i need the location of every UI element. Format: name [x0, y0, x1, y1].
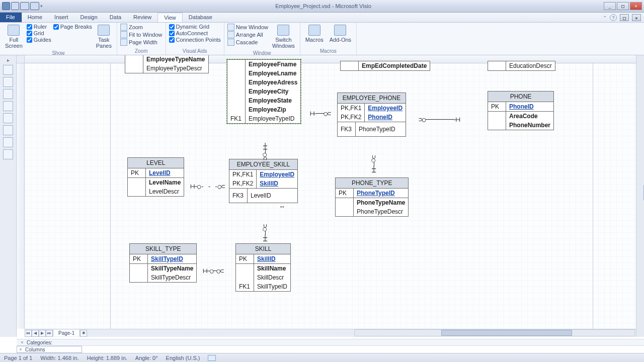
fit-button[interactable]: Fit to Window: [120, 31, 163, 38]
status-width: Width: 1.468 in.: [40, 355, 78, 361]
connector-tool-icon[interactable]: [3, 77, 13, 87]
ruler-checkbox[interactable]: Ruler: [27, 24, 51, 30]
entity-level[interactable]: LEVEL PKLevelID LevelName LevelDescr: [127, 157, 184, 197]
page-tab[interactable]: Page-1: [53, 330, 80, 336]
doc-close-button[interactable]: ×: [632, 14, 641, 21]
help-icon[interactable]: ?: [610, 14, 617, 21]
categories-bar: × Categories:: [17, 339, 644, 346]
pointer-tool-icon[interactable]: [3, 65, 13, 75]
vertical-scrollbar[interactable]: [636, 55, 644, 337]
taskpanes-icon: [98, 25, 110, 36]
last-page-icon[interactable]: ⏭: [46, 330, 53, 337]
guides-checkbox[interactable]: Guides: [27, 37, 51, 43]
connector[interactable]: ⊢⊢○─○⊂: [203, 267, 223, 275]
rectangle-tool-icon[interactable]: [3, 101, 13, 111]
stencil-tool-icon[interactable]: [3, 137, 13, 147]
help-controls: ⌃ ? □ ×: [603, 14, 641, 21]
pagewidth-button[interactable]: Page Width: [120, 39, 163, 46]
macros-button[interactable]: Macros: [303, 24, 326, 44]
columns-close-icon[interactable]: ×: [18, 347, 23, 352]
grid-checkbox[interactable]: Grid: [27, 30, 51, 36]
pagewidth-icon: [120, 39, 127, 46]
horizontal-scroll-thumb[interactable]: [441, 330, 572, 336]
next-page-icon[interactable]: ▶: [39, 330, 46, 337]
status-angle: Angle: 0°: [135, 355, 158, 361]
entity-employeeskill[interactable]: EMPLOYEE_SKILL PK,FK1EmployeeID PK,FK2Sk…: [229, 159, 298, 203]
categories-label: Categories:: [27, 340, 52, 345]
dynamicgrid-checkbox[interactable]: Dynamic Grid: [169, 24, 221, 30]
entity-phone[interactable]: PHONE PKPhoneID AreaCode PhoneNumber: [488, 91, 554, 130]
entity-skilltype[interactable]: SKILL_TYPE PKSkillTypeID SkillTypeName S…: [129, 243, 197, 283]
fullscreen-button[interactable]: Full Screen: [3, 24, 25, 50]
data-tab[interactable]: Data: [104, 13, 127, 22]
entity-skill[interactable]: SKILL PKSkillID SkillName SkillDescr FK1…: [235, 243, 291, 292]
cascade-button[interactable]: Cascade: [227, 39, 268, 46]
database-tab[interactable]: Database: [183, 13, 218, 22]
pagebreaks-checkbox[interactable]: Page Breaks: [53, 24, 92, 30]
entity-emped[interactable]: EmpEdCompletedDate: [340, 61, 430, 71]
fit-icon: [120, 31, 127, 38]
connector[interactable]: ⊣⊣─○⊂: [262, 143, 269, 160]
autoconnect-checkbox[interactable]: AutoConnect: [169, 30, 221, 36]
ribbon: Full Screen Ruler Grid Guides Page Break…: [0, 23, 644, 55]
connector[interactable]: ⊃○─⊣⊣: [262, 224, 269, 241]
status-bar: Page 1 of 1 Width: 1.468 in. Height: 1.8…: [0, 353, 644, 362]
taskpanes-button[interactable]: Task Panes: [94, 24, 114, 50]
minimize-button[interactable]: _: [604, 2, 616, 10]
window-group: New Window Arrange All Cascade Switch Wi…: [224, 23, 300, 55]
visio-icon[interactable]: [2, 2, 10, 10]
redo-icon[interactable]: [30, 2, 39, 10]
switchwindows-button[interactable]: Switch Windows: [270, 24, 297, 50]
maximize-button[interactable]: □: [617, 2, 629, 10]
zoom-button[interactable]: Zoom: [120, 24, 163, 31]
ruler-corner: [17, 55, 25, 63]
status-language: English (U.S.): [166, 355, 200, 361]
minimize-ribbon-icon[interactable]: ⌃: [603, 15, 607, 21]
status-page: Page 1 of 1: [4, 355, 32, 361]
addons-icon: [334, 25, 346, 36]
prev-page-icon[interactable]: ◀: [32, 330, 39, 337]
new-page-icon[interactable]: ✱: [80, 330, 87, 337]
connector[interactable]: ⊢⊢○- - -○⊂: [190, 183, 224, 190]
connection-tool-icon[interactable]: [3, 149, 13, 159]
text-tool-icon[interactable]: [3, 89, 13, 99]
review-tab[interactable]: Review: [127, 13, 157, 22]
connector[interactable]: ⊃○─⊣⊣: [370, 155, 378, 172]
save-icon[interactable]: [11, 2, 19, 10]
pencil-tool-icon[interactable]: [3, 113, 13, 123]
file-tab[interactable]: File: [0, 13, 22, 22]
entity-education[interactable]: EducationDescr: [488, 61, 555, 71]
left-toolbar: ▸: [0, 55, 17, 337]
page-tabs: ⏮ ◀ ▶ ⏭ Page-1 ✱: [25, 329, 644, 337]
crop-tool-icon[interactable]: [3, 125, 13, 135]
window-controls: _ □ ×: [604, 2, 642, 10]
newwindow-button[interactable]: New Window: [227, 24, 268, 31]
addons-button[interactable]: Add-Ons: [328, 24, 353, 44]
window-title: Employee_Project.vsd - Microsoft Visio: [43, 3, 604, 9]
vertical-ruler[interactable]: [17, 63, 25, 329]
workspace: ▸ EmployeeTypeName EmployeeTypeDescr Emp…: [0, 55, 644, 337]
insert-tab[interactable]: Insert: [48, 13, 74, 22]
home-tab[interactable]: Home: [22, 13, 48, 22]
entity-employeephone[interactable]: EMPLOYEE_PHONE PK,FK1EmployeeID PK,FK2Ph…: [337, 93, 406, 137]
drawing-surface[interactable]: EmployeeTypeName EmployeeTypeDescr Emplo…: [25, 63, 644, 329]
design-tab[interactable]: Design: [74, 13, 104, 22]
record-macro-icon[interactable]: [208, 355, 216, 361]
connector[interactable]: ⊢⊢──○⊂: [310, 110, 331, 117]
undo-icon[interactable]: [20, 2, 29, 10]
switch-icon: [277, 25, 289, 36]
doc-restore-button[interactable]: □: [620, 14, 629, 21]
close-button[interactable]: ×: [630, 2, 642, 10]
entity-phonetype[interactable]: PHONE_TYPE PKPhoneTypeID PhoneTypeName P…: [335, 177, 409, 217]
categories-close-icon[interactable]: ×: [20, 340, 25, 345]
connectionpoints-checkbox[interactable]: Connection Points: [169, 37, 221, 43]
columns-bar[interactable]: × Columns: [17, 346, 82, 353]
first-page-icon[interactable]: ⏮: [25, 330, 32, 337]
view-tab[interactable]: View: [157, 13, 183, 22]
shapes-expand-icon[interactable]: ▸: [7, 57, 10, 63]
entity-employee[interactable]: EmployeeFname EmployeeLname EmployeeAdre…: [227, 59, 301, 124]
cascade-icon: [227, 39, 234, 46]
entity-employeetype[interactable]: EmployeeTypeName EmployeeTypeDescr: [125, 55, 209, 73]
connector[interactable]: ⊃○────────⊣⊣: [419, 116, 460, 123]
arrangeall-button[interactable]: Arrange All: [227, 31, 268, 38]
